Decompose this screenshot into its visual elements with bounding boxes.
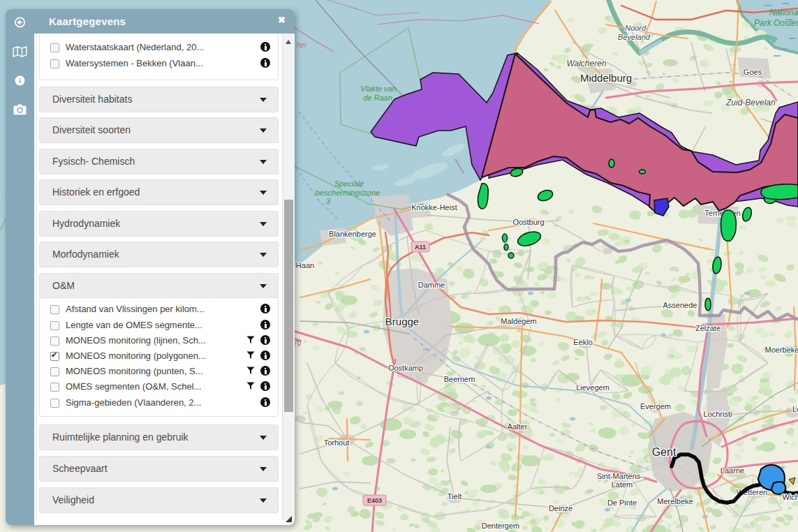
svg-text:Zelzate: Zelzate xyxy=(695,324,721,332)
svg-text:Evergem: Evergem xyxy=(640,402,671,411)
svg-text:Goes: Goes xyxy=(744,68,762,76)
svg-text:Wichelen: Wichelen xyxy=(782,493,798,501)
svg-text:E403: E403 xyxy=(367,497,382,504)
svg-text:Noord-: Noord- xyxy=(625,24,649,32)
svg-text:de Raan: de Raan xyxy=(363,94,392,102)
svg-text:Lochristi: Lochristi xyxy=(704,410,732,418)
svg-text:Damme: Damme xyxy=(418,281,445,289)
svg-text:Oostkamp: Oostkamp xyxy=(388,364,423,372)
svg-text:rg: rg xyxy=(295,339,302,346)
svg-text:Speciale: Speciale xyxy=(334,179,364,188)
svg-text:Assenede: Assenede xyxy=(663,301,697,309)
svg-text:Deinze: Deinze xyxy=(549,504,572,512)
svg-text:Torhout: Torhout xyxy=(324,438,350,447)
svg-text:beschermingszone: beschermingszone xyxy=(316,189,380,197)
svg-text:Walcheren: Walcheren xyxy=(566,59,606,68)
svg-text:Moerbeke: Moerbeke xyxy=(765,346,798,354)
svg-text:her: her xyxy=(297,41,307,49)
svg-text:Gent: Gent xyxy=(652,446,677,458)
svg-text:De Pinte: De Pinte xyxy=(607,498,637,507)
svg-text:Blankenberge: Blankenberge xyxy=(329,230,376,238)
svg-text:3: 3 xyxy=(326,197,331,205)
svg-text:Tielt: Tielt xyxy=(448,492,461,501)
svg-text:Zuid-Bevelan: Zuid-Bevelan xyxy=(725,98,776,108)
svg-text:Oostburg: Oostburg xyxy=(512,218,544,226)
svg-text:Sint-Martens-: Sint-Martens- xyxy=(597,472,643,480)
svg-text:Lievegem: Lievegem xyxy=(576,383,609,392)
svg-text:National: National xyxy=(769,8,798,17)
svg-text:Eeklo: Eeklo xyxy=(573,338,593,346)
svg-text:A11: A11 xyxy=(415,244,426,251)
svg-text:Beernem: Beernem xyxy=(444,375,475,383)
svg-text:Knokke-Heist: Knokke-Heist xyxy=(411,203,457,212)
svg-text:Maldegem: Maldegem xyxy=(501,317,536,325)
svg-text:Lo: Lo xyxy=(792,405,798,413)
svg-text:Vlakte van: Vlakte van xyxy=(360,84,396,93)
svg-text:Latem: Latem xyxy=(612,480,633,489)
svg-text:Dentergem: Dentergem xyxy=(482,522,519,530)
svg-text:Aalter: Aalter xyxy=(508,422,528,431)
svg-text:Merelbeke: Merelbeke xyxy=(657,497,693,505)
svg-text:Middelburg: Middelburg xyxy=(580,72,632,84)
svg-text:Laarne: Laarne xyxy=(721,466,744,475)
svg-text:i: i xyxy=(19,77,21,84)
svg-text:Beveland: Beveland xyxy=(618,33,651,41)
svg-text:Brugge: Brugge xyxy=(385,316,419,327)
svg-text:Haan: Haan xyxy=(296,261,314,269)
svg-text:Park Ooster: Park Ooster xyxy=(754,18,798,28)
